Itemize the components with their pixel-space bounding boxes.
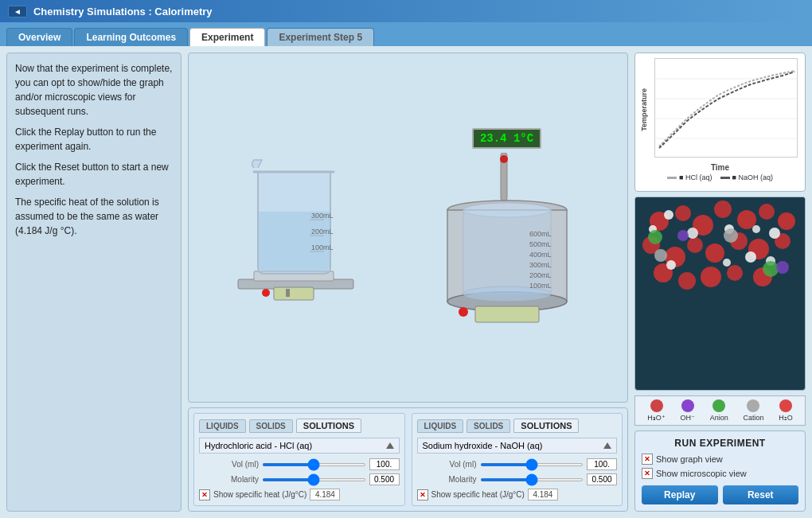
right-solution-toggle[interactable] (603, 442, 611, 449)
svg-text:300mL: 300mL (529, 261, 552, 269)
svg-point-39 (759, 204, 775, 220)
svg-rect-31 (667, 177, 677, 179)
svg-rect-25 (475, 306, 539, 322)
right-specific-heat-row: ✕ Show specific heat (J/g°C) 4.184 (417, 489, 618, 500)
run-experiment-panel: RUN EXPERIMENT ✕ Show graph view ✕ Show … (634, 430, 806, 512)
left-molarity-label: Molarity (199, 475, 259, 484)
svg-point-64 (763, 261, 779, 277)
instruction-3: Click the Reset button to start a new ex… (15, 160, 173, 189)
svg-text:500mL: 500mL (529, 240, 552, 248)
reset-button[interactable]: Reset (723, 485, 799, 504)
experiment-area: 300mL 200mL 100mL 23.4 1°C (188, 53, 628, 403)
right-tab-row: LIQUIDS SOLIDS SOLUTIONS (417, 419, 618, 433)
svg-point-60 (723, 259, 731, 267)
svg-point-68 (654, 249, 667, 262)
graph-y-label: Temperature (640, 88, 648, 131)
right-vol-slider[interactable] (480, 463, 584, 466)
show-micro-option: ✕ Show microscopic view (642, 468, 798, 479)
svg-point-40 (778, 212, 795, 230)
h2o-label: H₂O (779, 414, 793, 422)
svg-text:400mL: 400mL (529, 251, 552, 259)
back-arrow[interactable]: ◄ (8, 6, 27, 18)
svg-point-38 (737, 210, 756, 229)
tab-experiment-step5[interactable]: Experiment Step 5 (267, 28, 374, 46)
tab-overview[interactable]: Overview (6, 28, 72, 46)
svg-point-65 (776, 261, 789, 274)
controls-area: LIQUIDS SOLIDS SOLUTIONS Hydrochloric ac… (188, 407, 628, 512)
right-specific-heat-checkbox[interactable]: ✕ (417, 489, 428, 500)
h3o-label: H₃O⁺ (647, 414, 666, 422)
legend-hcl-label: ■ HCl (aq) (679, 173, 712, 181)
svg-point-43 (687, 237, 703, 253)
svg-point-67 (724, 228, 738, 243)
tab-learning-outcomes[interactable]: Learning Outcomes (74, 28, 188, 46)
molecule-cation: Cation (743, 399, 763, 422)
cation-label: Cation (743, 414, 763, 422)
right-tab-solutions[interactable]: SOLUTIONS (513, 419, 579, 433)
svg-point-12 (500, 155, 508, 163)
left-tab-solutions[interactable]: SOLUTIONS (296, 419, 361, 433)
calorimeter-container: 23.4 1°C 600mL (427, 128, 587, 328)
legend-naoh-label: ■ NaOH (aq) (732, 173, 773, 181)
beaker-scale-svg: 300mL 200mL 100mL (230, 148, 361, 307)
left-solution-toggle[interactable] (386, 442, 394, 449)
show-graph-label: Show graph view (656, 454, 723, 464)
svg-text:300mL: 300mL (311, 212, 334, 220)
svg-point-53 (664, 210, 673, 220)
legend-naoh: ■ NaOH (aq) (720, 173, 773, 181)
tab-experiment[interactable]: Experiment (189, 28, 265, 46)
h2o-circle (779, 399, 792, 412)
left-specific-heat-checkbox[interactable]: ✕ (199, 489, 210, 500)
left-specific-heat-value: 4.184 (310, 489, 340, 500)
right-vol-label: Vol (ml) (417, 460, 477, 469)
svg-rect-3 (286, 289, 290, 297)
left-tab-solids[interactable]: SOLIDS (249, 419, 293, 433)
left-specific-heat-row: ✕ Show specific heat (J/g°C) 4.184 (199, 489, 400, 500)
graph-x-label: Time (640, 163, 800, 172)
micro-legend: H₃O⁺ OH⁻ Anion Cation H₂O (634, 395, 806, 426)
replay-button[interactable]: Replay (642, 485, 718, 504)
left-molarity-slider[interactable] (262, 478, 366, 481)
svg-text:200mL: 200mL (529, 271, 552, 279)
left-tab-liquids[interactable]: LIQUIDS (199, 419, 246, 433)
main-content: Now that the experiment is complete, you… (0, 46, 812, 518)
right-tab-liquids[interactable]: LIQUIDS (417, 419, 464, 433)
svg-point-44 (705, 243, 724, 263)
svg-point-35 (675, 205, 691, 221)
right-molarity-label: Molarity (417, 475, 477, 484)
show-micro-checkbox[interactable]: ✕ (642, 468, 653, 479)
left-specific-heat-label: Show specific heat (J/g°C) (213, 490, 306, 499)
svg-point-55 (687, 228, 698, 239)
molecule-h3o: H₃O⁺ (647, 399, 666, 422)
instruction-4: The specific heat of the solution is ass… (15, 195, 173, 238)
right-tab-solids[interactable]: SOLIDS (467, 419, 510, 433)
right-specific-heat-label: Show specific heat (J/g°C) (431, 490, 525, 499)
instruction-1: Now that the experiment is complete, you… (15, 61, 173, 119)
run-experiment-title: RUN EXPERIMENT (642, 438, 798, 449)
right-molarity-value: 0.500 (587, 473, 617, 485)
svg-point-49 (678, 272, 696, 290)
left-vol-slider[interactable] (262, 463, 366, 466)
title-bar: ◄ Chemistry Simulations : Calorimetry (0, 0, 812, 22)
svg-point-59 (666, 260, 676, 270)
left-solution-name: Hydrochloric acid - HCl (aq) (199, 438, 400, 454)
lab-equipment: 300mL 200mL 100mL 23.4 1°C (189, 53, 627, 402)
molecule-anion: Anion (710, 399, 728, 422)
beaker-left-container: 300mL 200mL 100mL (230, 148, 361, 307)
graph-area: Temperature Time ■ HCl ( (634, 53, 806, 192)
run-buttons: Replay Reset (642, 485, 798, 504)
calorimeter-svg: 600mL 500mL 400mL 300mL 200mL 100mL (427, 153, 587, 328)
temperature-display: 23.4 1°C (472, 128, 541, 149)
svg-text:200mL: 200mL (311, 228, 334, 236)
tab-bar: Overview Learning Outcomes Experiment Ex… (0, 22, 812, 46)
svg-point-58 (769, 228, 780, 239)
svg-text:100mL: 100mL (529, 282, 552, 290)
show-graph-checkbox[interactable]: ✕ (642, 454, 653, 465)
right-panel: Temperature Time ■ HCl ( (634, 53, 806, 512)
anion-circle (712, 399, 725, 412)
svg-rect-2 (274, 287, 314, 300)
right-molarity-slider[interactable] (480, 478, 584, 481)
svg-text:600mL: 600mL (529, 230, 552, 238)
microscopic-area (634, 197, 806, 391)
show-micro-label: Show microscopic view (656, 469, 747, 478)
